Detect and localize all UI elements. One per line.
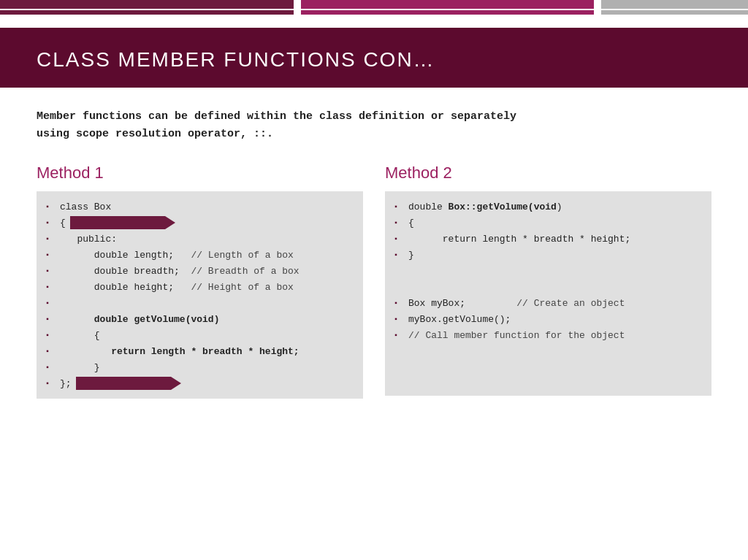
sbar-magenta [301,10,595,15]
code-text: }; [60,378,72,389]
code-text: double Box::getVolume(void) [408,202,562,212]
method1-col: Method 1 ▪ class Box ▪ { ▪ public: ▪ [37,164,363,399]
code-row-empty: ▪ [45,295,354,311]
bar-gap2 [594,0,601,9]
code-text: double getVolume(void) [60,314,219,325]
bullet: ▪ [45,283,54,291]
code-text: myBox.getVolume(); [408,314,511,325]
code-text: } [408,250,414,261]
bullet: ▪ [45,364,54,372]
code-text: { [408,218,414,229]
bar-gray [601,0,748,9]
arrow-indicator [76,377,171,390]
method2-title: Method 2 [385,164,711,183]
bar-gap1 [294,0,301,9]
bullet: ▪ [394,299,402,307]
main-content: Member functions can be defined within t… [0,88,748,413]
sbar-gray [601,10,748,15]
bullet: ▪ [45,235,54,243]
code-row: ▪ class Box [45,199,354,215]
code-row: ▪ double Box::getVolume(void) [394,199,703,215]
code-row: ▪ return length * breadth * height; [394,231,703,247]
sbar-gap1 [294,10,301,15]
bullet: ▪ [45,299,54,307]
code-row: ▪ return length * breadth * height; [45,343,354,359]
sbar-purple [0,10,294,15]
top-bars [0,0,748,9]
code-text: { [60,218,66,229]
code-row: ▪ Box myBox; // Create an object [394,295,703,311]
bullet: ▪ [45,203,54,211]
code-text: Box myBox; // Create an object [408,298,625,309]
code-row: ▪ } [45,359,354,375]
code-row: ▪ double length; // Length of a box [45,247,354,263]
code-row: ▪ myBox.getVolume(); [394,311,703,327]
code-row: ▪ }; [45,375,354,391]
sbar-gap2 [594,10,601,15]
bullet: ▪ [45,380,54,388]
code-text: public: [60,234,117,245]
bullet: ▪ [394,219,402,227]
code-row: ▪ { [45,215,354,231]
code-row: ▪ double height; // Height of a box [45,279,354,295]
code-text: { [60,330,100,341]
bar-magenta [301,0,595,9]
code-row: ▪ { [45,327,354,343]
code-row: ▪ { [394,215,703,231]
intro-text: Member functions can be defined within t… [37,108,711,143]
arrow-indicator [70,216,165,229]
bullet: ▪ [394,251,402,259]
bullet: ▪ [45,331,54,340]
bullet: ▪ [394,235,402,243]
code-row: ▪ // Call member function for the object [394,327,703,343]
bullet: ▪ [394,331,402,340]
page-title: CLASS MEMBER FUNCTIONS CON… [37,48,711,72]
code-text: return length * breadth * height; [408,234,630,245]
method1-title: Method 1 [37,164,363,183]
code-row: ▪ double getVolume(void) [45,311,354,327]
bullet: ▪ [394,315,402,323]
code-text: } [60,362,100,373]
bullet: ▪ [45,348,54,356]
code-text: class Box [60,202,111,212]
bullet: ▪ [45,315,54,323]
code-text: double breadth; // Breadth of a box [60,266,299,277]
method2-col: Method 2 ▪ double Box::getVolume(void) ▪… [385,164,711,399]
code-row-spacer2 [394,279,703,295]
bullet: ▪ [45,251,54,259]
code-row-spacer [394,263,703,279]
code-row: ▪ public: [45,231,354,247]
code-text: double height; // Height of a box [60,282,294,293]
methods-container: Method 1 ▪ class Box ▪ { ▪ public: ▪ [37,164,711,399]
code-text: double length; // Length of a box [60,250,294,261]
bar-purple [0,0,294,9]
code-row: ▪ } [394,247,703,263]
code-row: ▪ double breadth; // Breadth of a box [45,263,354,279]
code-text: // Call member function for the object [408,330,625,341]
method2-code-box: ▪ double Box::getVolume(void) ▪ { ▪ retu… [385,191,711,396]
code-text: return length * breadth * height; [60,346,299,357]
title-section: CLASS MEMBER FUNCTIONS CON… [0,28,748,88]
method1-code-box: ▪ class Box ▪ { ▪ public: ▪ double lengt… [37,191,363,399]
bullet: ▪ [394,203,402,211]
secondary-bars [0,10,748,15]
bullet: ▪ [45,219,54,227]
bullet: ▪ [45,267,54,275]
